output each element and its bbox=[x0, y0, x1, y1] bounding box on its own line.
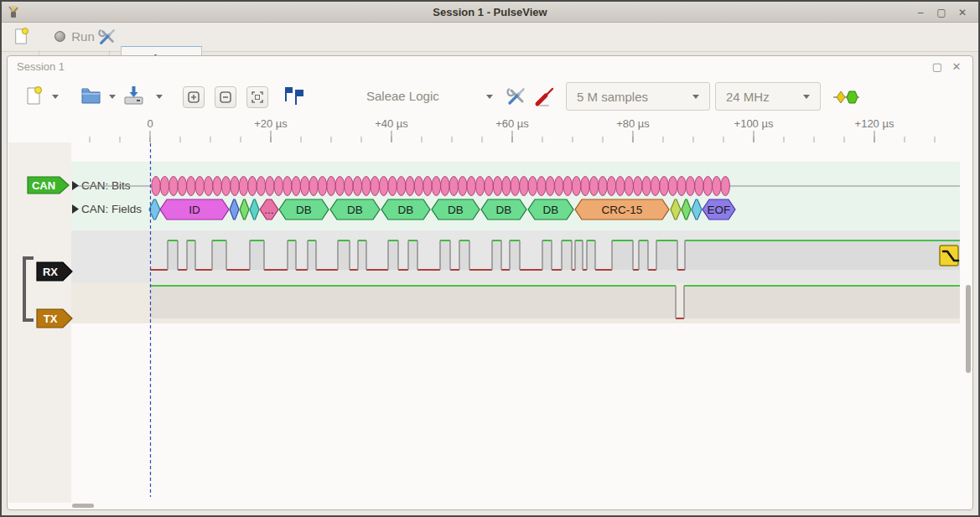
falling-edge-trigger-icon[interactable] bbox=[940, 246, 958, 266]
can-bit[interactable] bbox=[318, 177, 326, 196]
decoder-field[interactable] bbox=[692, 199, 702, 220]
can-bit[interactable] bbox=[248, 177, 257, 196]
decoder-field[interactable] bbox=[240, 199, 249, 220]
can-bit[interactable] bbox=[528, 177, 537, 196]
can-bit[interactable] bbox=[467, 177, 475, 196]
tx-waveform[interactable] bbox=[150, 286, 960, 318]
can-bit[interactable] bbox=[257, 177, 265, 196]
can-bit[interactable] bbox=[432, 177, 440, 196]
horizontal-scrollbar[interactable] bbox=[72, 504, 94, 508]
can-bit[interactable] bbox=[397, 177, 405, 196]
can-bit[interactable] bbox=[441, 177, 449, 196]
can-bit[interactable] bbox=[686, 177, 694, 196]
can-bit[interactable] bbox=[572, 177, 580, 196]
can-bit[interactable] bbox=[406, 177, 414, 196]
can-bit[interactable] bbox=[537, 177, 546, 196]
can-bit[interactable] bbox=[703, 177, 712, 196]
ruler-ticks bbox=[90, 131, 935, 142]
expander-icon[interactable] bbox=[72, 181, 79, 190]
can-bit[interactable] bbox=[169, 177, 178, 196]
can-bit[interactable] bbox=[178, 177, 186, 196]
can-bit[interactable] bbox=[695, 177, 703, 196]
can-bit[interactable] bbox=[388, 177, 397, 196]
can-bit[interactable] bbox=[187, 177, 195, 196]
decoder-field-label: ... bbox=[264, 204, 273, 216]
can-bit[interactable] bbox=[721, 177, 729, 196]
can-bit[interactable] bbox=[221, 177, 230, 196]
can-bit[interactable] bbox=[353, 177, 361, 196]
decoder-field-label: EOF bbox=[708, 204, 731, 216]
decoder-field[interactable] bbox=[671, 199, 681, 220]
can-fields-annotations[interactable]: ID...DBDBDBDBDBDBCRC-15EOF bbox=[149, 199, 735, 220]
can-bit[interactable] bbox=[677, 177, 686, 196]
can-bit[interactable] bbox=[475, 177, 484, 196]
can-bit[interactable] bbox=[660, 177, 668, 196]
trace-canvas[interactable]: ID...DBDBDBDBDBDBCRC-15EOFCANRXTX bbox=[0, 0, 980, 517]
can-bit[interactable] bbox=[423, 177, 432, 196]
can-bit[interactable] bbox=[345, 177, 353, 196]
can-bit[interactable] bbox=[607, 177, 615, 196]
can-bit[interactable] bbox=[563, 177, 572, 196]
can-bit[interactable] bbox=[274, 177, 283, 196]
decoder-field[interactable] bbox=[682, 199, 691, 220]
can-bit[interactable] bbox=[231, 177, 239, 196]
tx-channel-tag-label: TX bbox=[44, 313, 58, 325]
decoder-field-label: ID bbox=[189, 204, 200, 216]
can-bit[interactable] bbox=[213, 177, 221, 196]
can-bit[interactable] bbox=[668, 177, 677, 196]
can-bit[interactable] bbox=[160, 177, 169, 196]
can-bits-annotations[interactable] bbox=[152, 177, 730, 196]
can-bit[interactable] bbox=[335, 177, 344, 196]
can-bit[interactable] bbox=[599, 177, 607, 196]
can-bit[interactable] bbox=[555, 177, 563, 196]
can-bit[interactable] bbox=[485, 177, 493, 196]
decoder-field[interactable] bbox=[250, 199, 259, 220]
can-bit[interactable] bbox=[520, 177, 528, 196]
can-bit[interactable] bbox=[511, 177, 519, 196]
can-bit[interactable] bbox=[642, 177, 651, 196]
can-bit[interactable] bbox=[205, 177, 213, 196]
can-bit[interactable] bbox=[195, 177, 204, 196]
can-bit[interactable] bbox=[414, 177, 423, 196]
rx-waveform[interactable] bbox=[150, 240, 960, 270]
can-bit[interactable] bbox=[625, 177, 633, 196]
can-bit[interactable] bbox=[380, 177, 388, 196]
rx-channel-tag-label: RX bbox=[43, 266, 58, 278]
can-bit[interactable] bbox=[362, 177, 371, 196]
decoder-field-label: DB bbox=[543, 204, 559, 216]
decoder-field-label: DB bbox=[448, 204, 464, 216]
can-bit[interactable] bbox=[493, 177, 501, 196]
can-bit[interactable] bbox=[459, 177, 467, 196]
can-bit[interactable] bbox=[616, 177, 625, 196]
expander-icon[interactable] bbox=[72, 204, 79, 214]
can-bit[interactable] bbox=[292, 177, 300, 196]
can-bit[interactable] bbox=[502, 177, 511, 196]
can-bit[interactable] bbox=[634, 177, 642, 196]
can-bit[interactable] bbox=[651, 177, 659, 196]
channel-group-bracket[interactable] bbox=[24, 258, 34, 320]
can-bit[interactable] bbox=[266, 177, 274, 196]
vertical-scrollbar[interactable] bbox=[966, 285, 971, 373]
decoder-field-label: DB bbox=[496, 204, 512, 216]
can-bit[interactable] bbox=[371, 177, 379, 196]
can-bit[interactable] bbox=[309, 177, 318, 196]
can-bit[interactable] bbox=[283, 177, 292, 196]
decoder-field-label: DB bbox=[398, 204, 414, 216]
pulseview-window: Session 1 - PulseView – ▢ ✕ Run bbox=[0, 0, 980, 517]
decoder-field-label: CRC-15 bbox=[602, 204, 643, 216]
can-bit[interactable] bbox=[327, 177, 335, 196]
can-bit[interactable] bbox=[152, 177, 160, 196]
decoder-field-label: DB bbox=[296, 204, 312, 216]
can-bit[interactable] bbox=[581, 177, 589, 196]
can-bit[interactable] bbox=[300, 177, 309, 196]
can-decoder-tag-label: CAN bbox=[32, 179, 55, 192]
decoder-field-label: DB bbox=[347, 204, 363, 216]
decoder-field[interactable] bbox=[230, 199, 239, 220]
can-bit[interactable] bbox=[239, 177, 247, 196]
can-bit[interactable] bbox=[589, 177, 598, 196]
can-bit[interactable] bbox=[713, 177, 721, 196]
can-bit[interactable] bbox=[546, 177, 554, 196]
can-bit[interactable] bbox=[449, 177, 458, 196]
